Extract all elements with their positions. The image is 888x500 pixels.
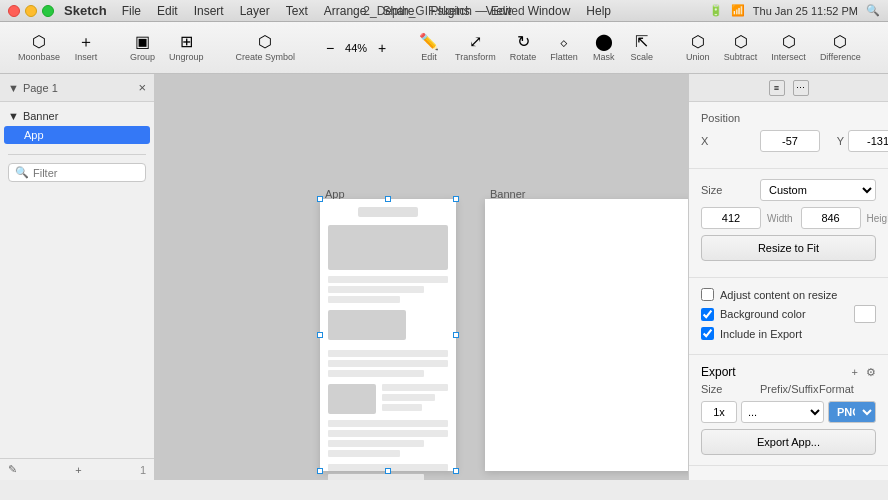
adjust-content-row: Adjust content on resize — [701, 288, 876, 301]
sidebar-search-area: 🔍 — [8, 154, 146, 182]
menu-insert[interactable]: Insert — [187, 3, 231, 19]
ungroup-button[interactable]: ⊞ Ungroup — [163, 31, 210, 65]
toolbar-moonbase-group: ⬡ Moonbase ＋ Insert — [8, 31, 108, 65]
export-app-button[interactable]: Export App... — [701, 429, 876, 455]
mask-button[interactable]: ⬤ Mask — [586, 31, 622, 65]
menu-help[interactable]: Help — [579, 3, 618, 19]
sidebar-page-count: 1 — [140, 464, 146, 476]
subtract-label: Subtract — [724, 52, 758, 62]
menu-text[interactable]: Text — [279, 3, 315, 19]
toolbar-symbol-group: ⬡ Create Symbol — [226, 31, 306, 65]
create-symbol-icon: ⬡ — [258, 34, 272, 50]
menu-file[interactable]: File — [115, 3, 148, 19]
search-input-wrap[interactable]: 🔍 — [8, 163, 146, 182]
banner-expand-icon: ▼ — [8, 110, 19, 122]
size-section: Size Custom iPhone SE iPhone 14 Width He… — [689, 169, 888, 278]
include-export-checkbox[interactable] — [701, 327, 714, 340]
battery-icon: 🔋 — [709, 4, 723, 17]
menu-layer[interactable]: Layer — [233, 3, 277, 19]
export-header-row: Export + ⚙ — [701, 365, 876, 379]
insert-button[interactable]: ＋ Insert — [68, 31, 104, 65]
subtract-icon: ⬡ — [734, 34, 748, 50]
edit-button[interactable]: ✏️ Edit — [411, 31, 447, 65]
sidebar-pencil-icon[interactable]: ✎ — [8, 463, 17, 476]
toolbar-boolean-group: ⬡ Union ⬡ Subtract ⬡ Intersect ⬡ Differe… — [676, 31, 871, 65]
app-layer-item[interactable]: App — [4, 126, 150, 144]
transform-button[interactable]: ⤢ Transform — [449, 31, 502, 65]
transform-label: Transform — [455, 52, 496, 62]
height-input[interactable] — [801, 207, 861, 229]
right-panel-tabs: ≡ ⋯ — [689, 74, 888, 102]
y-input[interactable] — [848, 130, 888, 152]
size-header-row: Size Custom iPhone SE iPhone 14 — [701, 179, 876, 201]
bg-color-checkbox[interactable] — [701, 308, 714, 321]
create-symbol-button[interactable]: ⬡ Create Symbol — [230, 31, 302, 65]
width-unit: Width — [767, 213, 793, 224]
zoom-out-button[interactable]: − — [321, 39, 339, 57]
intersect-button[interactable]: ⬡ Intersect — [765, 31, 812, 65]
traffic-lights[interactable] — [8, 5, 54, 17]
flatten-button[interactable]: ⬦ Flatten — [544, 31, 584, 65]
export-prefix-select[interactable]: ... — [741, 401, 824, 423]
export-settings-icon[interactable]: ⚙ — [866, 366, 876, 379]
menu-window[interactable]: Window — [521, 3, 578, 19]
banner-artboard-content — [485, 199, 688, 215]
x-row: X Y — [701, 130, 876, 152]
minimize-button[interactable] — [25, 5, 37, 17]
clock-label: Thu Jan 25 11:52 PM — [753, 5, 858, 17]
export-format-select[interactable]: PNG JPG SVG PDF — [828, 401, 876, 423]
flatten-icon: ⬦ — [559, 34, 569, 50]
ungroup-label: Ungroup — [169, 52, 204, 62]
page-expand-icon[interactable]: ▼ — [8, 82, 19, 94]
scale-icon: ⇱ — [635, 34, 648, 50]
insert-label: Insert — [75, 52, 98, 62]
scale-label: Scale — [631, 52, 654, 62]
difference-label: Difference — [820, 52, 861, 62]
width-input[interactable] — [701, 207, 761, 229]
adjust-content-checkbox[interactable] — [701, 288, 714, 301]
banner-group-item[interactable]: ▼ Banner — [0, 106, 154, 126]
rotate-icon: ↻ — [517, 34, 530, 50]
search-input[interactable] — [33, 167, 113, 179]
rotate-button[interactable]: ↻ Rotate — [504, 31, 543, 65]
x-input[interactable] — [760, 130, 820, 152]
position-label: Position — [701, 112, 756, 124]
export-add-icon[interactable]: + — [852, 366, 858, 378]
export-size-input[interactable] — [701, 401, 737, 423]
union-icon: ⬡ — [691, 34, 705, 50]
search-menubar-icon[interactable]: 🔍 — [866, 4, 880, 17]
size-label: Size — [701, 184, 756, 196]
moonbase-label: Moonbase — [18, 52, 60, 62]
bg-color-swatch[interactable] — [854, 305, 876, 323]
page-close-icon[interactable]: × — [138, 80, 146, 95]
layer-tree: ▼ Banner App — [0, 102, 154, 148]
panel-tab-icon-2[interactable]: ⋯ — [793, 80, 809, 96]
sidebar-add-page-icon[interactable]: + — [75, 464, 81, 476]
moonbase-button[interactable]: ⬡ Moonbase — [12, 31, 66, 65]
union-button[interactable]: ⬡ Union — [680, 31, 716, 65]
sidebar-header: ▼ Page 1 × — [0, 74, 154, 102]
export-values-row: ... PNG JPG SVG PDF — [701, 401, 876, 423]
difference-icon: ⬡ — [833, 34, 847, 50]
fullscreen-button[interactable] — [42, 5, 54, 17]
size-preset-select[interactable]: Custom iPhone SE iPhone 14 — [760, 179, 876, 201]
group-button[interactable]: ▣ Group — [124, 31, 161, 65]
zoom-in-button[interactable]: + — [373, 39, 391, 57]
panel-tab-icon-1[interactable]: ≡ — [769, 80, 785, 96]
menubar: Sketch File Edit Insert Layer Text Arran… — [0, 0, 888, 22]
toolbar-zoom-group: − 44% + — [317, 39, 395, 57]
right-panel: ≡ ⋯ Position X Y Size Custom iPhone SE — [688, 74, 888, 480]
subtract-button[interactable]: ⬡ Subtract — [718, 31, 764, 65]
resize-to-fit-button[interactable]: Resize to Fit — [701, 235, 876, 261]
sidebar-bottom: ✎ + 1 — [0, 458, 154, 480]
menu-edit[interactable]: Edit — [150, 3, 185, 19]
ungroup-icon: ⊞ — [180, 34, 193, 50]
close-button[interactable] — [8, 5, 20, 17]
canvas-area[interactable]: App — [155, 74, 688, 480]
difference-button[interactable]: ⬡ Difference — [814, 31, 867, 65]
search-icon: 🔍 — [15, 166, 29, 179]
app-artboard-content — [320, 199, 456, 480]
resize-btn-row: Resize to Fit — [701, 235, 876, 261]
scale-button[interactable]: ⇱ Scale — [624, 31, 660, 65]
intersect-icon: ⬡ — [782, 34, 796, 50]
